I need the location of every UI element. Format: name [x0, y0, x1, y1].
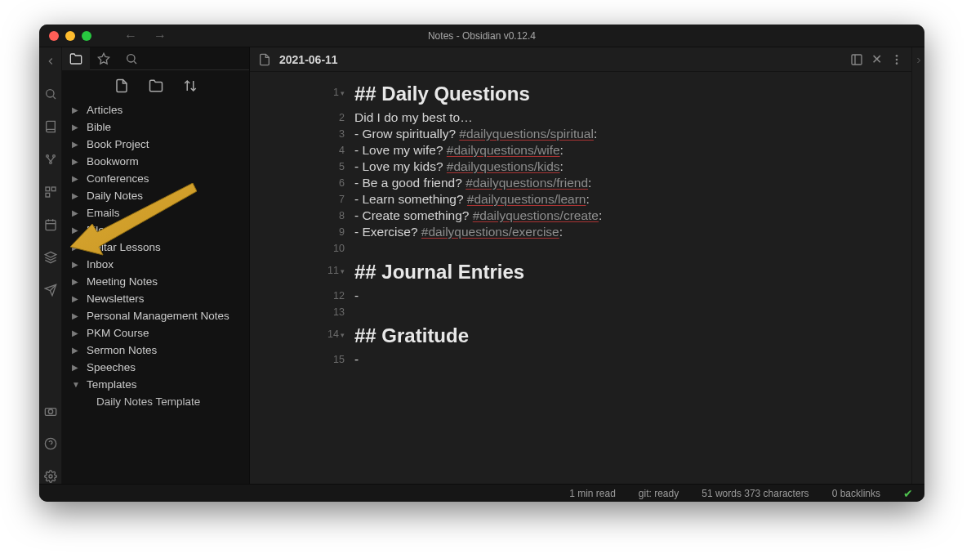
editor-line[interactable]: 9- Exercise? #dailyquestions/exercise: [250, 224, 911, 240]
more-options-icon[interactable] [890, 53, 903, 66]
rail-collapse-icon[interactable] [43, 54, 58, 69]
folder-item[interactable]: ▶Speeches [62, 359, 249, 376]
file-item[interactable]: Daily Notes Template [62, 393, 249, 410]
editor-line[interactable]: 5- Love my kids? #dailyquestions/kids: [250, 159, 911, 175]
editor-line[interactable]: 4- Love my wife? #dailyquestions/wife: [250, 142, 911, 159]
camera-icon[interactable] [43, 404, 58, 418]
editor-line[interactable]: 10 [250, 240, 911, 257]
chevron-right-icon[interactable]: ▶ [72, 157, 80, 166]
hashtag-link[interactable]: #dailyquestions/wife [447, 143, 560, 157]
chevron-right-icon[interactable]: ▶ [72, 346, 80, 355]
editor-line[interactable]: 3- Grow spiritually? #dailyquestions/spi… [250, 126, 911, 142]
line-content[interactable]: Did I do my best to… [354, 109, 911, 126]
chevron-right-icon[interactable]: ▶ [72, 123, 80, 132]
editor-line[interactable]: 6- Be a good friend? #dailyquestions/fri… [250, 175, 911, 191]
editor[interactable]: 1▾## Daily Questions2Did I do my best to… [250, 72, 911, 484]
new-folder-button[interactable] [149, 78, 163, 93]
minimize-window-button[interactable] [65, 31, 75, 41]
settings-icon[interactable] [43, 469, 58, 484]
editor-line[interactable]: 13 [250, 304, 911, 320]
line-content[interactable]: - Create something? #dailyquestions/crea… [354, 208, 911, 224]
nav-forward-button[interactable]: → [154, 29, 167, 43]
layers-icon[interactable] [43, 250, 58, 265]
chevron-right-icon[interactable]: ▶ [72, 208, 80, 217]
folder-item[interactable]: ▶PKM Course [62, 324, 249, 342]
tab-starred[interactable] [90, 47, 118, 70]
chevron-right-icon[interactable]: ▶ [72, 328, 80, 337]
line-content[interactable] [354, 304, 911, 320]
editor-line[interactable]: 2Did I do my best to… [250, 109, 911, 126]
calendar-icon[interactable] [43, 217, 58, 232]
line-content[interactable] [354, 240, 911, 257]
tab-files[interactable] [62, 47, 90, 70]
folder-item[interactable]: ▶Emails [62, 204, 249, 221]
sort-button[interactable] [183, 78, 198, 93]
fold-marker-icon[interactable]: ▾ [341, 267, 345, 275]
hashtag-link[interactable]: #dailyquestions/friend [466, 176, 588, 190]
chevron-right-icon[interactable]: ▶ [72, 311, 80, 320]
line-content[interactable]: - Love my wife? #dailyquestions/wife: [354, 142, 911, 159]
chevron-right-icon[interactable]: ▶ [72, 294, 80, 303]
folder-item[interactable]: ▼Templates [62, 376, 249, 393]
hashtag-link[interactable]: #dailyquestions/exercise [421, 225, 559, 239]
line-content[interactable]: - Be a good friend? #dailyquestions/frie… [354, 175, 911, 191]
folder-item[interactable]: ▶Sermon Notes [62, 342, 249, 359]
line-content[interactable]: - Learn something? #dailyquestions/learn… [354, 191, 911, 208]
editor-line[interactable]: 11▾## Journal Entries [250, 257, 911, 288]
chevron-right-icon[interactable]: ▶ [72, 174, 80, 183]
editor-line[interactable]: 15- [250, 351, 911, 368]
right-sidebar-toggle[interactable] [911, 47, 924, 484]
help-icon[interactable] [43, 436, 58, 451]
search-icon[interactable] [43, 87, 58, 101]
line-content[interactable]: - Love my kids? #dailyquestions/kids: [354, 159, 911, 175]
line-content[interactable]: - Exercise? #dailyquestions/exercise: [354, 224, 911, 240]
chevron-right-icon[interactable]: ▶ [72, 140, 80, 149]
workspace-icon[interactable] [43, 185, 58, 199]
editor-line[interactable]: 1▾## Daily Questions [250, 78, 911, 109]
chevron-down-icon[interactable]: ▼ [72, 380, 80, 389]
line-content[interactable]: - [354, 351, 911, 368]
chevron-right-icon[interactable]: ▶ [72, 105, 80, 114]
chevron-right-icon[interactable]: ▶ [72, 226, 80, 235]
folder-item[interactable]: ▶Files [62, 221, 249, 239]
line-content[interactable]: - Grow spiritually? #dailyquestions/spir… [354, 126, 911, 142]
nav-back-button[interactable]: ← [124, 29, 137, 43]
editor-line[interactable]: 12- [250, 288, 911, 304]
chevron-right-icon[interactable]: ▶ [72, 243, 80, 252]
chevron-right-icon[interactable]: ▶ [72, 191, 80, 200]
hashtag-link[interactable]: #dailyquestions/create [473, 208, 599, 222]
graph-icon[interactable] [43, 152, 58, 167]
hashtag-link[interactable]: #dailyquestions/kids [447, 159, 560, 173]
close-note-icon[interactable]: ✕ [871, 51, 882, 67]
folder-item[interactable]: ▶Articles [62, 101, 249, 118]
chevron-right-icon[interactable]: ▶ [72, 363, 80, 372]
line-content[interactable]: ## Gratitude [354, 320, 911, 351]
editor-line[interactable]: 7- Learn something? #dailyquestions/lear… [250, 191, 911, 208]
folder-item[interactable]: ▶Newsletters [62, 290, 249, 307]
fold-marker-icon[interactable]: ▾ [341, 331, 345, 339]
fold-marker-icon[interactable]: ▾ [341, 89, 345, 97]
folder-item[interactable]: ▶Conferences [62, 170, 249, 187]
editor-line[interactable]: 14▾## Gratitude [250, 320, 911, 351]
hashtag-link[interactable]: #dailyquestions/learn [467, 192, 586, 206]
folder-item[interactable]: ▶Bible [62, 118, 249, 136]
close-window-button[interactable] [49, 31, 59, 41]
folder-item[interactable]: ▶Bookworm [62, 153, 249, 170]
line-content[interactable]: - [354, 288, 911, 304]
line-content[interactable]: ## Journal Entries [354, 257, 911, 288]
new-note-button[interactable] [114, 78, 129, 93]
folder-item[interactable]: ▶Personal Management Notes [62, 307, 249, 324]
book-icon[interactable] [43, 119, 58, 134]
chevron-right-icon[interactable]: ▶ [72, 260, 80, 269]
folder-tree[interactable]: ▶Articles▶Bible▶Book Project▶Bookworm▶Co… [62, 101, 249, 484]
folder-item[interactable]: ▶Book Project [62, 136, 249, 153]
line-content[interactable]: ## Daily Questions [354, 78, 911, 109]
chevron-right-icon[interactable]: ▶ [72, 277, 80, 286]
folder-item[interactable]: ▶Inbox [62, 256, 249, 273]
maximize-window-button[interactable] [82, 31, 91, 41]
hashtag-link[interactable]: #dailyquestions/spiritual [459, 127, 594, 141]
folder-item[interactable]: ▶Guitar Lessons [62, 239, 249, 256]
folder-item[interactable]: ▶Meeting Notes [62, 273, 249, 290]
folder-item[interactable]: ▶Daily Notes [62, 187, 249, 204]
preview-toggle-icon[interactable] [850, 53, 863, 66]
